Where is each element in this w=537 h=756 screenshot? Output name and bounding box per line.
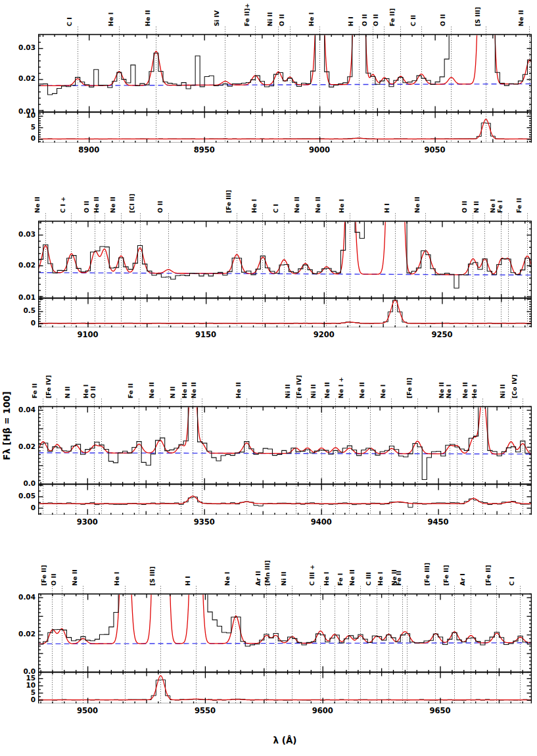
line-label: He II [144,10,152,26]
line-label: [Fe III] [225,190,233,213]
x-tick-label: 9300 [68,517,107,527]
line-label: Ni II [310,384,317,398]
line-label: He II [93,197,101,213]
x-tick-label: 9450 [419,517,458,527]
y-tick-label: 5 [5,689,35,696]
line-label: Fe II] [388,9,396,26]
line-label: Fe II [515,198,523,213]
spectrum-panel-3-canvas [38,398,532,515]
line-label: C I + [59,197,67,213]
line-label: [S III] [149,567,156,586]
line-label: [Fe II] [442,565,450,586]
line-label: Ni II [284,384,292,398]
y-tick-label: 0.04 [5,594,35,601]
line-label: Ne II [190,382,198,398]
y-tick-label: 10 [5,682,35,689]
y-tick-label: 0 [5,135,35,142]
line-label: Ne II [109,197,117,213]
spectrum-panel-2-canvas [38,213,532,327]
x-tick-label: 9500 [68,706,107,715]
line-label: Ne I [379,385,387,398]
line-label: [Cl II] [128,194,136,213]
x-tick-label: 9150 [186,330,225,339]
line-label: Ni II [266,12,274,26]
line-label: [Co IV] [511,375,519,398]
line-label: N II [169,387,177,398]
line-label: Ne II [358,382,366,398]
line-label: Si IV [213,11,221,26]
y-tick-label: 10 [5,112,35,119]
line-label: [Fe IV] [45,375,53,398]
line-label: N II [64,387,72,398]
y-tick-label: 0.5 [5,307,35,314]
line-label: H I [184,576,192,586]
line-label: O II [50,574,58,586]
line-label: Ne II [34,197,41,213]
line-label: [Fe II] [484,565,492,586]
y-tick-label: 0 [5,504,35,511]
line-label: [Fe III] [423,563,431,586]
x-tick-label: 9000 [300,145,339,154]
x-tick-label: 9400 [302,517,341,527]
y-tick-label: 0 [5,696,35,703]
line-label: [S III] [474,7,482,26]
line-label: Ne II [314,197,322,213]
line-label: C III [365,572,373,586]
x-tick-label: 9200 [304,330,344,339]
x-tick-label: 9550 [185,706,225,715]
line-label: C I [66,17,74,26]
x-tick-label: 8950 [185,145,224,154]
line-label: Ne II [348,569,356,586]
x-tick-label: 9650 [421,706,460,715]
line-label: Fe I [337,573,344,586]
line-label: O II [372,14,380,26]
line-label: Fe II [395,571,403,586]
line-label: Ar II [254,571,262,586]
line-label: He I [107,12,115,26]
line-label: He II [181,382,189,398]
spectrum-figure: Fλ [Hβ = 100] λ (Å) C IHe IHe IISi IVFe … [0,0,537,756]
y-tick-label: 0.0 [5,480,35,487]
line-label: He II [235,382,243,398]
x-tick-label: 9600 [303,706,342,715]
line-label: O II [89,387,97,398]
line-label: O II [361,14,369,26]
line-label: C I [508,577,516,586]
x-tick-label: 9100 [68,330,107,339]
y-tick-label: 0 [5,319,35,327]
wavelength-axis-label: λ (Å) [38,735,532,745]
line-label: H I [347,16,355,26]
line-label: He I [377,572,385,586]
x-tick-label: 9050 [415,145,455,154]
line-label: Ne II [323,382,331,398]
line-label: O II [83,201,91,213]
line-label: [Mn III] [264,560,271,586]
line-label: Ne II [148,382,156,398]
line-label: Fe I [496,201,504,213]
line-label: [Fe II] [40,565,48,586]
y-tick-label: 5 [5,124,35,131]
line-label: C II [409,15,417,26]
line-label: [Fe II] [406,377,413,398]
line-label: Ne II [517,10,525,26]
line-label: He I [471,385,479,398]
line-label: He I [323,572,331,586]
line-label: C I [272,204,280,213]
spectrum-panel-4-canvas [38,586,532,703]
y-tick-label: 0.04 [5,406,35,413]
line-label: He I [308,12,315,26]
line-label: Ne II [461,382,469,398]
line-label: N II [473,201,480,213]
line-label: C III + [308,565,316,586]
line-label: Ne I [223,572,231,586]
line-label: He I [338,199,346,213]
line-label: Ni II [280,571,288,586]
x-tick-label: 9250 [422,330,461,339]
line-label: Ne II [71,569,79,586]
line-label: Ni II [499,384,507,398]
line-label: Fe II [127,383,135,398]
line-label: Ne I + [337,377,345,398]
line-label: H I [383,203,391,213]
y-tick-label: 0.02 [5,443,35,450]
line-label: O II [461,201,469,213]
